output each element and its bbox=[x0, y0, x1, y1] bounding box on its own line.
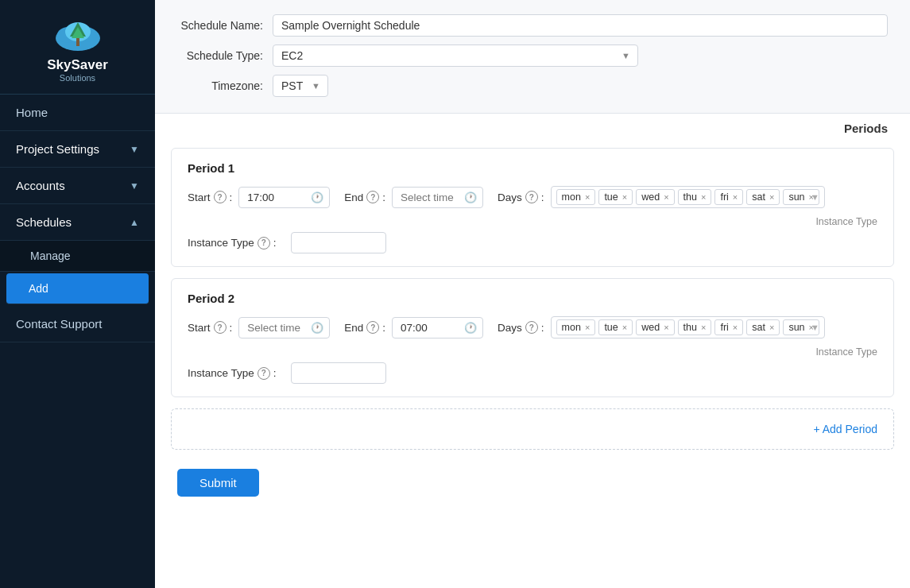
sidebar-subitem-add[interactable]: Add bbox=[6, 273, 149, 304]
end-help-icon[interactable]: ? bbox=[366, 321, 379, 334]
sidebar-subitem-manage-label: Manage bbox=[30, 250, 71, 262]
period-2-instance-input[interactable] bbox=[291, 362, 386, 384]
clock-icon: 🕐 bbox=[311, 322, 323, 334]
timezone-row: Timezone: PST EST UTC CST MST ▼ bbox=[177, 75, 888, 97]
period-2-instance-type-row: Instance Type ?: bbox=[188, 362, 877, 384]
period-1-section: Period 1 Start ?: 🕐 End ?: 🕐 Day bbox=[171, 148, 894, 267]
period-2-instance-type-note: Instance Type bbox=[188, 346, 877, 358]
sidebar: SkySaver Solutions Home Project Settings… bbox=[0, 0, 155, 588]
logo-area: SkySaver Solutions bbox=[0, 0, 155, 95]
sidebar-item-home-label: Home bbox=[16, 106, 48, 119]
sidebar-item-home[interactable]: Home bbox=[0, 95, 155, 131]
add-period-button[interactable]: + Add Period bbox=[813, 423, 877, 435]
days-help-icon[interactable]: ? bbox=[525, 321, 538, 334]
period-1-controls-row: Start ?: 🕐 End ?: 🕐 Days ?: mo bbox=[188, 186, 877, 208]
period-2-instance-label: Instance Type ?: bbox=[188, 367, 291, 380]
sidebar-item-schedules-label: Schedules bbox=[16, 215, 72, 229]
logo-icon bbox=[52, 14, 103, 57]
remove-wed[interactable]: × bbox=[664, 192, 668, 202]
period-1-start-wrapper: 🕐 bbox=[238, 187, 330, 208]
day-tag-tue: tue × bbox=[598, 319, 633, 335]
clock-icon: 🕐 bbox=[311, 191, 323, 203]
periods-header: Periods bbox=[155, 114, 910, 137]
period-1-instance-input[interactable] bbox=[291, 232, 386, 253]
day-tag-mon: mon × bbox=[556, 319, 596, 335]
period-2-controls-row: Start ?: 🕐 End ?: 🕐 Days ?: mo bbox=[188, 316, 877, 338]
sidebar-item-accounts-label: Accounts bbox=[16, 179, 65, 192]
remove-mon[interactable]: × bbox=[585, 323, 590, 332]
submit-row: Submit bbox=[155, 458, 910, 513]
remove-thu[interactable]: × bbox=[701, 323, 706, 332]
end-help-icon[interactable]: ? bbox=[366, 191, 379, 203]
schedule-name-label: Schedule Name: bbox=[177, 19, 273, 32]
clock-icon: 🕐 bbox=[464, 322, 477, 334]
day-tag-wed: wed × bbox=[636, 189, 674, 205]
period-2-start-wrapper: 🕐 bbox=[238, 317, 330, 338]
chevron-up-icon: ▲ bbox=[130, 217, 139, 228]
schedule-type-row: Schedule Type: EC2 RDS ECS ▼ bbox=[177, 44, 888, 67]
timezone-label: Timezone: bbox=[177, 79, 273, 92]
remove-wed[interactable]: × bbox=[664, 323, 668, 332]
day-tag-sat: sat × bbox=[746, 189, 780, 205]
period-1-end-wrapper: 🕐 bbox=[392, 187, 483, 208]
day-tag-thu: thu × bbox=[678, 189, 712, 205]
period-2-days-label: Days ?: bbox=[498, 321, 544, 334]
day-tag-sat: sat × bbox=[746, 319, 780, 335]
timezone-select[interactable]: PST EST UTC CST MST bbox=[273, 75, 328, 97]
brand-sub: Solutions bbox=[60, 73, 95, 83]
clock-icon: 🕐 bbox=[464, 191, 477, 203]
day-tag-thu: thu × bbox=[678, 319, 712, 335]
schedule-type-wrapper: EC2 RDS ECS ▼ bbox=[273, 44, 638, 67]
chevron-down-icon: ▼ bbox=[130, 180, 139, 191]
period-2-start-label: Start ?: bbox=[188, 321, 232, 334]
period-1-days-wrapper[interactable]: mon × tue × wed × thu × fri × sat × sun … bbox=[551, 186, 825, 208]
start-help-icon[interactable]: ? bbox=[214, 191, 227, 203]
schedule-type-select[interactable]: EC2 RDS ECS bbox=[273, 44, 638, 67]
day-tag-fri: fri × bbox=[714, 319, 743, 335]
remove-fri[interactable]: × bbox=[733, 192, 738, 202]
day-tag-wed: wed × bbox=[636, 319, 674, 335]
period-1-start-label: Start ?: bbox=[188, 191, 232, 203]
period-1-title: Period 1 bbox=[188, 161, 877, 175]
schedule-name-row: Schedule Name: bbox=[177, 14, 888, 37]
form-section: Schedule Name: Schedule Type: EC2 RDS EC… bbox=[155, 0, 910, 114]
sidebar-item-contact-support[interactable]: Contact Support bbox=[0, 306, 155, 342]
remove-fri[interactable]: × bbox=[733, 323, 738, 332]
add-period-row: + Add Period bbox=[171, 408, 894, 450]
schedule-type-label: Schedule Type: bbox=[177, 49, 273, 62]
main-content: Schedule Name: Schedule Type: EC2 RDS EC… bbox=[155, 0, 910, 588]
sidebar-subitem-manage[interactable]: Manage bbox=[0, 241, 155, 272]
day-tag-sun: sun × bbox=[783, 319, 819, 335]
remove-sat[interactable]: × bbox=[769, 323, 774, 332]
period-1-instance-type-row: Instance Type ?: bbox=[188, 232, 877, 253]
day-tag-fri: fri × bbox=[714, 189, 743, 205]
day-tag-mon: mon × bbox=[556, 189, 596, 205]
days-help-icon[interactable]: ? bbox=[525, 191, 538, 203]
instance-help-icon[interactable]: ? bbox=[258, 237, 270, 250]
brand-name: SkySaver bbox=[47, 57, 108, 73]
instance-help-icon[interactable]: ? bbox=[258, 367, 270, 380]
timezone-wrapper: PST EST UTC CST MST ▼ bbox=[273, 75, 328, 97]
period-2-title: Period 2 bbox=[188, 292, 877, 305]
sidebar-item-project-settings[interactable]: Project Settings ▼ bbox=[0, 131, 155, 168]
remove-sat[interactable]: × bbox=[769, 192, 774, 202]
remove-thu[interactable]: × bbox=[701, 192, 706, 202]
period-2-days-wrapper[interactable]: mon × tue × wed × thu × fri × sat × sun … bbox=[551, 316, 825, 338]
start-help-icon[interactable]: ? bbox=[214, 321, 227, 334]
sidebar-item-schedules[interactable]: Schedules ▲ bbox=[0, 204, 155, 241]
sidebar-item-accounts[interactable]: Accounts ▼ bbox=[0, 168, 155, 204]
period-1-instance-label: Instance Type ?: bbox=[188, 237, 291, 250]
remove-mon[interactable]: × bbox=[585, 192, 590, 202]
sidebar-item-project-settings-label: Project Settings bbox=[16, 142, 99, 156]
period-1-end-label: End ?: bbox=[344, 191, 385, 203]
submit-button[interactable]: Submit bbox=[177, 469, 259, 497]
remove-tue[interactable]: × bbox=[622, 323, 627, 332]
remove-sun[interactable]: × bbox=[809, 192, 814, 202]
period-1-instance-type-note: Instance Type bbox=[188, 216, 877, 227]
remove-sun[interactable]: × bbox=[809, 323, 814, 332]
schedule-name-input[interactable] bbox=[273, 14, 888, 37]
day-tag-tue: tue × bbox=[598, 189, 633, 205]
period-2-end-wrapper: 🕐 bbox=[392, 317, 483, 338]
sidebar-subitem-add-label: Add bbox=[29, 282, 48, 295]
remove-tue[interactable]: × bbox=[622, 192, 627, 202]
